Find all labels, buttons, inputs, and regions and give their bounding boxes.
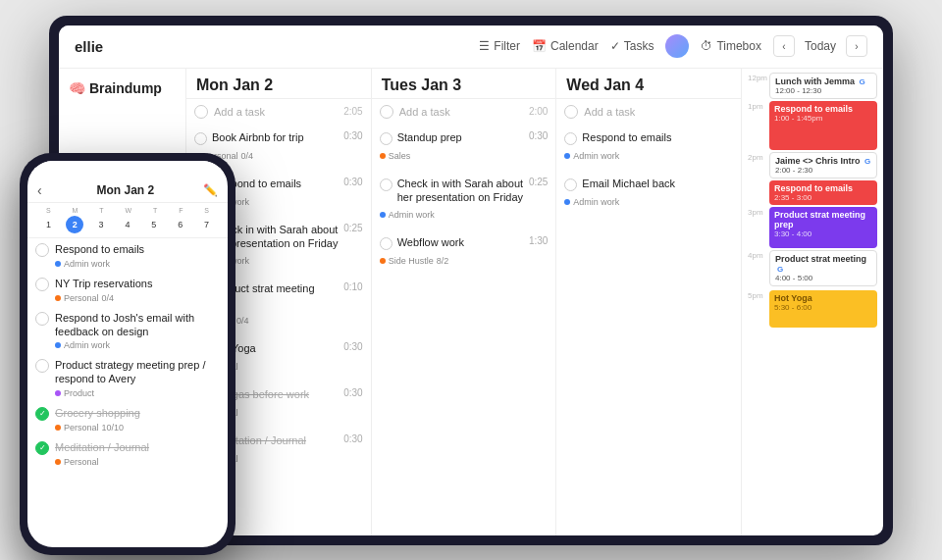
task-checkbox[interactable]	[35, 312, 49, 326]
add-task-circle	[194, 105, 208, 119]
time-slot: 1pm Respond to emails 1:00 - 1:45pm	[748, 101, 877, 150]
add-task-row-mon[interactable]: Add a task 2:05	[194, 105, 363, 119]
filter-button[interactable]: ☰ Filter	[479, 39, 520, 53]
day-header-wed: Wed Jan 4	[556, 69, 741, 99]
mini-cal-day[interactable]: 3	[92, 216, 110, 233]
filter-icon: ☰	[479, 39, 490, 53]
phone-back-button[interactable]: ‹	[37, 182, 42, 198]
task-checkbox-done[interactable]: ✓	[35, 407, 49, 421]
phone-screen: ‹ Mon Jan 2 ✏️ S M T W T F S 1 2 3	[27, 161, 228, 547]
task-checkbox[interactable]	[194, 132, 207, 145]
list-item: Standup prep 0:30 Sales	[380, 127, 549, 167]
time-slot: 12pm Lunch with Jemma G 12:00 - 12:30	[748, 73, 877, 99]
task-checkbox[interactable]	[35, 359, 49, 373]
calendar-icon: 📅	[532, 39, 547, 53]
time-slot: Respond to emails 2:35 - 3:00	[748, 180, 877, 205]
timebox-button[interactable]: ⏱ Timebox	[701, 39, 761, 53]
tasks-button[interactable]: ✓ Tasks	[610, 39, 654, 53]
app-header: ellie ☰ Filter 📅 Calendar ✓ Tasks ⏱ Time	[59, 25, 883, 69]
list-item: Product strategy meeting prep / respond …	[35, 358, 220, 398]
day-col-wed: Wed Jan 4 Add a task Respond to emails A…	[556, 69, 741, 535]
timebox-content: 12pm Lunch with Jemma G 12:00 - 12:30 1p…	[742, 69, 883, 535]
braindump-title: 🧠 Braindump	[69, 80, 176, 96]
list-item: Respond to emails Admin work	[564, 127, 733, 167]
avatar[interactable]	[665, 34, 689, 58]
mini-cal-day[interactable]: 6	[172, 216, 189, 233]
list-item: Webflow work 1:30 Side Hustle 8/2	[380, 231, 549, 272]
phone-status-bar	[27, 161, 228, 180]
tasks-icon: ✓	[610, 39, 620, 53]
phone-device: ‹ Mon Jan 2 ✏️ S M T W T F S 1 2 3	[20, 153, 236, 555]
list-item: ✓ Meditation / Journal Personal	[35, 440, 220, 467]
day-content-tue: Add a task 2:00 Standup prep 0:30 Sales	[372, 99, 556, 535]
phone-edit-icon[interactable]: ✏️	[203, 183, 218, 197]
prev-arrow[interactable]: ‹	[773, 35, 795, 57]
list-item: Email Michael back Admin work	[564, 173, 733, 213]
task-checkbox[interactable]	[35, 278, 49, 291]
mini-cal-day[interactable]: 4	[119, 216, 136, 233]
header-controls: ☰ Filter 📅 Calendar ✓ Tasks ⏱ Timebox	[479, 34, 867, 58]
mini-cal-day-today[interactable]: 2	[66, 216, 83, 233]
list-item: ✓ Grocery shopping Personal 10/10	[35, 406, 220, 433]
task-checkbox[interactable]	[380, 237, 392, 250]
mini-cal-days: 1 2 3 4 5 6 7	[35, 216, 220, 233]
phone-header: ‹ Mon Jan 2 ✏️	[27, 180, 228, 203]
list-item: Respond to Josh's email with feedback on…	[35, 311, 220, 351]
time-event[interactable]: Respond to emails 1:00 - 1:45pm	[769, 101, 877, 150]
phone-mini-calendar: S M T W T F S 1 2 3 4 5 6 7	[27, 203, 228, 238]
timebox-icon: ⏱	[701, 39, 712, 53]
tablet-device: ellie ☰ Filter 📅 Calendar ✓ Tasks ⏱ Time	[49, 16, 893, 545]
phone-date-header: Mon Jan 2	[48, 183, 203, 197]
time-event[interactable]: Product strat meeting G 4:00 - 5:00	[769, 250, 877, 286]
mini-cal-day[interactable]: 7	[197, 216, 215, 233]
time-slot: 2pm Jaime <> Chris Intro G 2:00 - 2:30	[748, 152, 877, 178]
day-content-wed: Add a task Respond to emails Admin work	[556, 99, 741, 535]
day-header-tue: Tues Jan 3	[372, 69, 556, 99]
mini-cal-day[interactable]: 1	[39, 216, 57, 233]
time-event[interactable]: Product strat meeting prep 3:30 - 4:00	[769, 207, 877, 248]
time-event[interactable]: Respond to emails 2:35 - 3:00	[769, 180, 877, 205]
app-logo: ellie	[75, 38, 202, 55]
task-checkbox[interactable]	[564, 178, 577, 191]
day-col-tue: Tues Jan 3 Add a task 2:00 Standup prep …	[372, 69, 557, 535]
today-button[interactable]: Today	[799, 37, 842, 55]
next-arrow[interactable]: ›	[846, 35, 867, 57]
time-event[interactable]: Hot Yoga 5:30 - 6:00	[769, 290, 877, 328]
list-item: Respond to emails Admin work	[35, 242, 220, 269]
time-slot: 3pm Product strat meeting prep 3:30 - 4:…	[748, 207, 877, 248]
phone-tasks: Respond to emails Admin work NY Trip res…	[27, 238, 228, 547]
time-event[interactable]: Jaime <> Chris Intro G 2:00 - 2:30	[769, 152, 877, 178]
add-task-circle	[564, 105, 578, 119]
task-checkbox[interactable]	[564, 132, 577, 145]
mini-cal-header: S M T W T F S	[35, 207, 220, 214]
time-slot: 5pm Hot Yoga 5:30 - 6:00	[748, 290, 877, 328]
add-task-row-wed[interactable]: Add a task	[564, 105, 733, 119]
add-task-row-tue[interactable]: Add a task 2:00	[380, 105, 549, 119]
task-checkbox[interactable]	[380, 178, 392, 191]
days-container: Mon Jan 2 Add a task 2:05 Book Airbnb fo…	[186, 69, 741, 535]
list-item: NY Trip reservations Personal 0/4	[35, 277, 220, 303]
list-item: Check in with Sarah about her presentati…	[380, 173, 549, 227]
time-event[interactable]: Lunch with Jemma G 12:00 - 12:30	[769, 73, 877, 99]
day-header-mon: Mon Jan 2	[186, 69, 371, 99]
task-checkbox-done[interactable]: ✓	[35, 441, 49, 455]
task-checkbox[interactable]	[380, 132, 392, 145]
add-task-circle	[380, 105, 393, 119]
task-checkbox[interactable]	[35, 243, 49, 257]
nav-arrows: ‹ Today ›	[773, 35, 867, 57]
mini-cal-day[interactable]: 5	[145, 216, 163, 233]
braindump-emoji: 🧠	[69, 80, 85, 96]
time-slot: 4pm Product strat meeting G 4:00 - 5:00	[748, 250, 877, 286]
timebox-col: 12pm Lunch with Jemma G 12:00 - 12:30 1p…	[741, 69, 883, 535]
calendar-button[interactable]: 📅 Calendar	[532, 39, 599, 53]
